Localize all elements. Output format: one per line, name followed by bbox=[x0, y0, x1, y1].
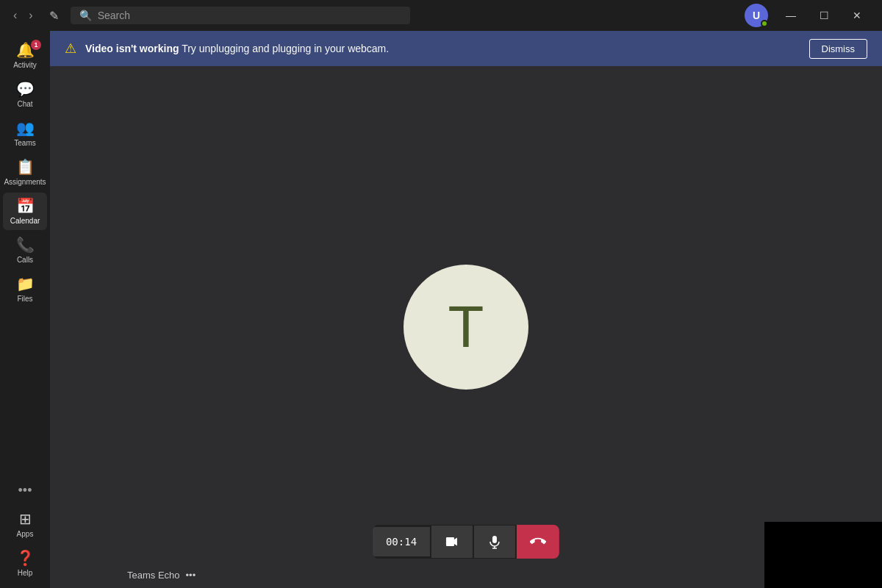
compose-button[interactable]: ✎ bbox=[43, 6, 65, 26]
nav-buttons: ‹ › bbox=[9, 6, 37, 25]
files-label: Files bbox=[17, 295, 32, 304]
teams-label: Teams bbox=[14, 139, 35, 148]
participant-initial: T bbox=[448, 293, 484, 361]
sidebar-item-activity[interactable]: 🔔 Activity 1 bbox=[3, 37, 47, 74]
sidebar-item-teams[interactable]: 👥 Teams bbox=[3, 115, 47, 152]
teams-icon: 👥 bbox=[16, 119, 35, 137]
sidebar: 🔔 Activity 1 💬 Chat 👥 Teams 📋 Assignment… bbox=[0, 31, 50, 588]
sidebar-item-calls[interactable]: 📞 Calls bbox=[3, 232, 47, 269]
search-bar: 🔍 bbox=[71, 7, 411, 24]
video-area: T 00:14 bbox=[50, 66, 882, 588]
sidebar-item-chat[interactable]: 💬 Chat bbox=[3, 76, 47, 113]
warning-bold: Video isn't working bbox=[85, 43, 179, 54]
maximize-button[interactable]: ☐ bbox=[808, 5, 841, 26]
calendar-label: Calendar bbox=[10, 217, 40, 226]
search-icon: 🔍 bbox=[79, 10, 92, 21]
calls-label: Calls bbox=[17, 256, 33, 265]
calls-icon: 📞 bbox=[16, 236, 35, 254]
search-input[interactable] bbox=[98, 10, 402, 21]
warning-icon: ⚠ bbox=[65, 40, 76, 57]
back-button[interactable]: ‹ bbox=[9, 6, 21, 25]
warning-text: Video isn't working Try unplugging and p… bbox=[85, 43, 800, 54]
call-controls: 00:14 bbox=[373, 525, 559, 559]
participant-avatar: T bbox=[404, 265, 528, 390]
assignments-icon: 📋 bbox=[16, 158, 35, 176]
camera-button[interactable] bbox=[431, 526, 473, 558]
sidebar-item-assignments[interactable]: 📋 Assignments bbox=[3, 154, 47, 191]
avatar-status bbox=[761, 20, 768, 27]
sidebar-item-help[interactable]: ❓ Help bbox=[3, 545, 47, 582]
warning-rest: Try unplugging and plugging in your webc… bbox=[179, 43, 390, 54]
dismiss-button[interactable]: Dismiss bbox=[809, 39, 868, 59]
title-bar: ‹ › ✎ 🔍 U — ☐ ✕ bbox=[0, 0, 882, 31]
help-icon: ❓ bbox=[16, 549, 35, 567]
self-thumbnail bbox=[764, 522, 882, 588]
user-avatar[interactable]: U bbox=[745, 4, 768, 27]
chat-icon: 💬 bbox=[16, 80, 35, 98]
call-more-options[interactable]: ••• bbox=[186, 570, 196, 581]
sidebar-item-files[interactable]: 📁 Files bbox=[3, 270, 47, 308]
activity-label: Activity bbox=[13, 61, 37, 70]
call-timer: 00:14 bbox=[373, 527, 430, 556]
more-apps-button[interactable]: ••• bbox=[12, 477, 38, 504]
files-icon: 📁 bbox=[16, 275, 35, 293]
camera-icon bbox=[445, 534, 459, 549]
sidebar-item-apps[interactable]: ⊞ Apps bbox=[3, 506, 47, 543]
mic-button[interactable] bbox=[474, 526, 515, 558]
apps-label: Apps bbox=[17, 530, 34, 539]
window-controls: — ☐ ✕ bbox=[774, 5, 873, 26]
warning-banner: ⚠ Video isn't working Try unplugging and… bbox=[50, 31, 882, 66]
app-body: 🔔 Activity 1 💬 Chat 👥 Teams 📋 Assignment… bbox=[0, 31, 882, 588]
svg-rect-0 bbox=[492, 536, 497, 543]
activity-badge: 1 bbox=[31, 40, 41, 50]
call-name-text: Teams Echo bbox=[127, 570, 180, 581]
end-call-icon bbox=[530, 534, 546, 550]
sidebar-item-calendar[interactable]: 📅 Calendar bbox=[3, 193, 47, 230]
end-call-button[interactable] bbox=[517, 525, 559, 559]
close-button[interactable]: ✕ bbox=[841, 5, 873, 26]
calendar-icon: 📅 bbox=[16, 197, 35, 215]
call-name: Teams Echo ••• bbox=[127, 570, 196, 581]
help-label: Help bbox=[18, 569, 33, 578]
mic-icon bbox=[487, 534, 502, 549]
minimize-button[interactable]: — bbox=[774, 5, 808, 26]
main-area: ⚠ Video isn't working Try unplugging and… bbox=[50, 31, 882, 588]
forward-button[interactable]: › bbox=[24, 6, 37, 25]
assignments-label: Assignments bbox=[4, 178, 46, 187]
chat-label: Chat bbox=[17, 100, 32, 109]
apps-icon: ⊞ bbox=[19, 510, 32, 528]
